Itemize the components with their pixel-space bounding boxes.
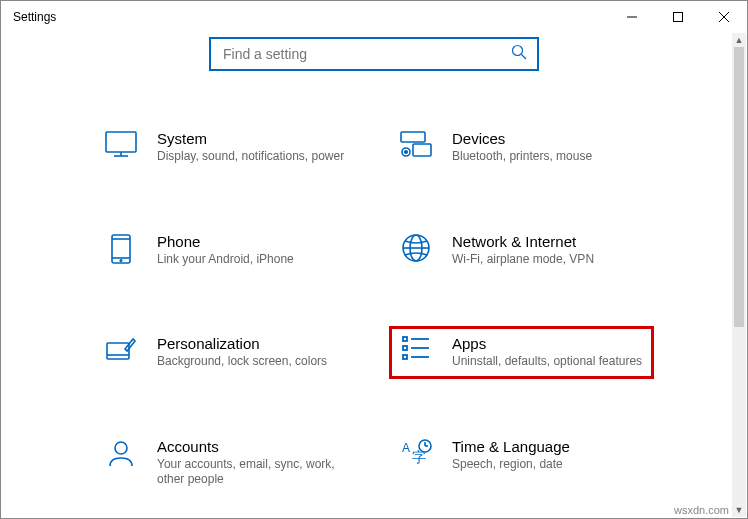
- category-desc: Bluetooth, printers, mouse: [452, 149, 645, 165]
- time-icon: A字: [398, 438, 434, 468]
- accounts-icon: [103, 438, 139, 468]
- devices-icon: [398, 130, 434, 158]
- watermark: wsxdn.com: [674, 504, 729, 516]
- network-icon: [398, 233, 434, 263]
- svg-point-28: [115, 442, 127, 454]
- maximize-button[interactable]: [655, 1, 701, 33]
- svg-point-4: [513, 46, 523, 56]
- category-system[interactable]: System Display, sound, notifications, po…: [94, 121, 359, 174]
- category-desc: Wi-Fi, airplane mode, VPN: [452, 252, 645, 268]
- apps-icon: [398, 335, 434, 361]
- svg-line-5: [522, 55, 527, 60]
- svg-rect-10: [413, 144, 431, 156]
- category-name: Devices: [452, 130, 645, 147]
- search-box[interactable]: [209, 37, 539, 71]
- phone-icon: [103, 233, 139, 265]
- category-name: Network & Internet: [452, 233, 645, 250]
- svg-text:A: A: [402, 441, 410, 455]
- category-name: System: [157, 130, 350, 147]
- svg-rect-24: [403, 355, 407, 359]
- category-phone[interactable]: Phone Link your Android, iPhone: [94, 224, 359, 277]
- svg-rect-22: [403, 337, 407, 341]
- personalization-icon: [103, 335, 139, 365]
- scrollbar[interactable]: ▲ ▼: [732, 33, 746, 517]
- close-icon: [719, 12, 729, 22]
- scrollbar-thumb[interactable]: [734, 47, 744, 327]
- categories-grid: System Display, sound, notifications, po…: [94, 121, 654, 497]
- category-name: Phone: [157, 233, 350, 250]
- category-devices[interactable]: Devices Bluetooth, printers, mouse: [389, 121, 654, 174]
- category-apps[interactable]: Apps Uninstall, defaults, optional featu…: [389, 326, 654, 379]
- category-desc: Display, sound, notifications, power: [157, 149, 350, 165]
- svg-rect-20: [107, 343, 129, 359]
- category-name: Time & Language: [452, 438, 645, 455]
- maximize-icon: [673, 12, 683, 22]
- category-network[interactable]: Network & Internet Wi-Fi, airplane mode,…: [389, 224, 654, 277]
- category-desc: Background, lock screen, colors: [157, 354, 350, 370]
- window-title: Settings: [13, 10, 56, 24]
- category-desc: Your accounts, email, sync, work, other …: [157, 457, 350, 488]
- svg-rect-9: [401, 132, 425, 142]
- category-personalization[interactable]: Personalization Background, lock screen,…: [94, 326, 359, 379]
- category-desc: Speech, region, date: [452, 457, 645, 473]
- svg-rect-1: [674, 13, 683, 22]
- scroll-down-arrow[interactable]: ▼: [732, 503, 746, 517]
- svg-rect-23: [403, 346, 407, 350]
- category-accounts[interactable]: Accounts Your accounts, email, sync, wor…: [94, 429, 359, 497]
- minimize-button[interactable]: [609, 1, 655, 33]
- system-icon: [103, 130, 139, 158]
- titlebar: Settings: [1, 1, 747, 33]
- svg-point-16: [120, 259, 122, 261]
- svg-point-12: [405, 151, 408, 154]
- search-icon: [511, 44, 527, 64]
- category-time[interactable]: A字 Time & Language Speech, region, date: [389, 429, 654, 497]
- category-name: Apps: [452, 335, 645, 352]
- scroll-up-arrow[interactable]: ▲: [732, 33, 746, 47]
- svg-rect-6: [106, 132, 136, 152]
- category-name: Personalization: [157, 335, 350, 352]
- category-desc: Uninstall, defaults, optional features: [452, 354, 645, 370]
- category-name: Accounts: [157, 438, 350, 455]
- category-desc: Link your Android, iPhone: [157, 252, 350, 268]
- close-button[interactable]: [701, 1, 747, 33]
- minimize-icon: [627, 12, 637, 22]
- search-input[interactable]: [221, 45, 511, 63]
